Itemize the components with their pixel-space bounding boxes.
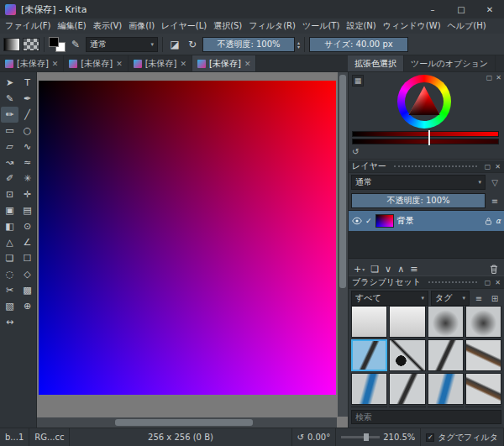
- layer-opacity-slider[interactable]: 不透明度: 100%: [351, 193, 486, 208]
- tool-contiguous-select[interactable]: ▩: [18, 282, 36, 298]
- opacity-slider[interactable]: 不透明度: 100%: [202, 37, 295, 52]
- tool-line[interactable]: ╱: [18, 107, 36, 123]
- foreground-background-color-selector[interactable]: [49, 37, 66, 52]
- tool-polyline[interactable]: ∿: [18, 139, 36, 155]
- tab-close-icon[interactable]: ✕: [116, 60, 123, 68]
- brush-size-slider[interactable]: サイズ: 40.00 px: [309, 37, 408, 52]
- menu-item[interactable]: フィルタ(R): [245, 20, 299, 32]
- reload-preset-icon[interactable]: ↻: [185, 36, 200, 53]
- brush-preset-pen[interactable]: [428, 339, 464, 371]
- maximize-button[interactable]: □: [447, 0, 475, 18]
- tool-calligraphy[interactable]: ✒: [18, 91, 36, 107]
- move-layer-down-button[interactable]: ∨: [385, 264, 391, 275]
- float-dock-icon[interactable]: ▢: [486, 74, 493, 81]
- statusbar-zoom[interactable]: 210.5%: [336, 428, 421, 446]
- brush-preset-pencil[interactable]: [465, 373, 501, 405]
- tool-freehand-brush[interactable]: ✏: [1, 107, 18, 123]
- tool-assistants[interactable]: △: [1, 234, 18, 250]
- tool-crop[interactable]: ▣: [1, 202, 18, 218]
- layer-row[interactable]: ✓ 背景 α: [349, 211, 504, 231]
- tool-polygon[interactable]: ▱: [1, 139, 18, 155]
- close-dock-icon[interactable]: ✕: [496, 74, 501, 81]
- dock-drag-handle[interactable]: [428, 281, 477, 283]
- tool-similar-select[interactable]: ▧: [1, 298, 18, 314]
- brush-preset-eraser[interactable]: [389, 306, 425, 338]
- brush-presets-dock-header[interactable]: ブラシプリセット ▢ ✕: [349, 275, 504, 289]
- preset-filter-combo[interactable]: すべて ▾: [351, 291, 428, 306]
- brush-preset-soft[interactable]: [465, 306, 501, 338]
- layer-properties-button[interactable]: ≡: [410, 264, 417, 275]
- brush-preset-pen[interactable]: [351, 339, 387, 371]
- tag-combo[interactable]: タグ ▾: [431, 291, 470, 306]
- gradient-chooser-button[interactable]: [3, 38, 20, 51]
- add-layer-button[interactable]: + ▾: [354, 264, 365, 275]
- tab-close-icon[interactable]: ✕: [52, 60, 59, 68]
- zoom-slider-thumb[interactable]: [364, 433, 369, 441]
- horizontal-scrollbar[interactable]: [37, 417, 337, 428]
- tool-dynamic-brush[interactable]: ✐: [1, 171, 18, 186]
- dock-tab[interactable]: 拡張色選択: [348, 55, 404, 71]
- brush-preset-nib[interactable]: [389, 339, 425, 371]
- brush-preset-pencil[interactable]: [465, 407, 501, 407]
- close-button[interactable]: ✕: [475, 0, 504, 18]
- tool-transform[interactable]: ⊡: [1, 186, 18, 202]
- tool-gradient[interactable]: ▤: [18, 202, 36, 218]
- tool-color-sampler[interactable]: ⊙: [18, 218, 36, 234]
- float-dock-icon[interactable]: ▢: [485, 163, 491, 171]
- eraser-mode-icon[interactable]: ◪: [167, 36, 182, 53]
- tool-rectangle[interactable]: ▭: [1, 123, 18, 139]
- opacity-spinner[interactable]: ▴ ▾: [297, 40, 300, 49]
- tag-filter-toggle[interactable]: ✓ タグでフィルタ: [421, 428, 504, 446]
- color-history-icon[interactable]: ↺: [352, 147, 359, 156]
- brush-editor-icon[interactable]: ✎: [68, 36, 83, 53]
- zoom-slider[interactable]: [341, 436, 380, 438]
- tool-polygon-select[interactable]: ◇: [18, 266, 36, 282]
- document-tab[interactable]: [未保存]✕: [129, 55, 192, 71]
- menu-item[interactable]: ウィンドウ(W): [380, 20, 444, 32]
- vertical-scrollbar-thumb[interactable]: [339, 75, 346, 288]
- minimize-button[interactable]: –: [418, 0, 447, 18]
- tool-edit-shapes[interactable]: ✎: [1, 91, 18, 107]
- brush-preset-eraser[interactable]: [351, 306, 387, 338]
- tag-filter-checkbox[interactable]: ✓: [426, 433, 434, 442]
- shade-selector-bar[interactable]: [352, 131, 499, 137]
- tool-fill[interactable]: ◧: [1, 218, 18, 234]
- close-dock-icon[interactable]: ✕: [495, 163, 501, 171]
- tab-close-icon[interactable]: ✕: [181, 60, 187, 68]
- document-tab[interactable]: [未保存]✕: [64, 55, 128, 71]
- delete-layer-trash-icon[interactable]: [489, 264, 499, 275]
- tool-text[interactable]: T: [18, 75, 36, 91]
- tool-rect-select[interactable]: ☐: [18, 250, 36, 266]
- tool-ellipse-select[interactable]: ◌: [1, 266, 18, 282]
- menu-item[interactable]: 設定(N): [343, 20, 379, 32]
- layer-filter-icon[interactable]: ▽: [488, 178, 501, 187]
- list-view-icon[interactable]: ≡: [472, 294, 486, 303]
- tool-multibrush[interactable]: ✳: [18, 171, 36, 186]
- tool-reference-images[interactable]: ❏: [1, 250, 18, 266]
- vertical-scrollbar[interactable]: [338, 72, 348, 417]
- shade-bar-handle[interactable]: [428, 138, 430, 145]
- tool-zoom[interactable]: ⊕: [18, 298, 36, 314]
- tool-select-shapes[interactable]: ➤: [1, 75, 18, 91]
- blend-mode-combo[interactable]: 通常 ▾: [86, 37, 158, 52]
- menu-item[interactable]: 編集(E): [55, 20, 90, 32]
- brush-preset-marker[interactable]: [351, 373, 387, 405]
- shade-selector-bar[interactable]: [352, 139, 499, 144]
- spin-down-icon[interactable]: ▾: [297, 45, 300, 49]
- tool-freehand-select[interactable]: ✂: [1, 282, 18, 298]
- dock-drag-handle[interactable]: [394, 165, 477, 167]
- layer-lock-icon[interactable]: [485, 217, 492, 226]
- horizontal-scrollbar-thumb[interactable]: [115, 419, 253, 426]
- canvas-document[interactable]: [39, 81, 336, 395]
- layer-visibility-eye-icon[interactable]: [352, 216, 362, 226]
- canvas-area[interactable]: [37, 72, 348, 428]
- dock-tab[interactable]: ツールのオプション: [404, 55, 496, 71]
- rotate-reset-icon[interactable]: ↺: [297, 433, 304, 442]
- menu-item[interactable]: 選択(S): [210, 20, 245, 32]
- tool-ellipse[interactable]: ○: [18, 123, 36, 139]
- shade-bar-handle[interactable]: [428, 130, 430, 138]
- close-dock-icon[interactable]: ✕: [495, 279, 501, 286]
- document-tab[interactable]: [未保存]✕: [192, 55, 256, 71]
- brush-preset-soft[interactable]: [389, 407, 425, 407]
- move-layer-up-button[interactable]: ∧: [397, 264, 404, 275]
